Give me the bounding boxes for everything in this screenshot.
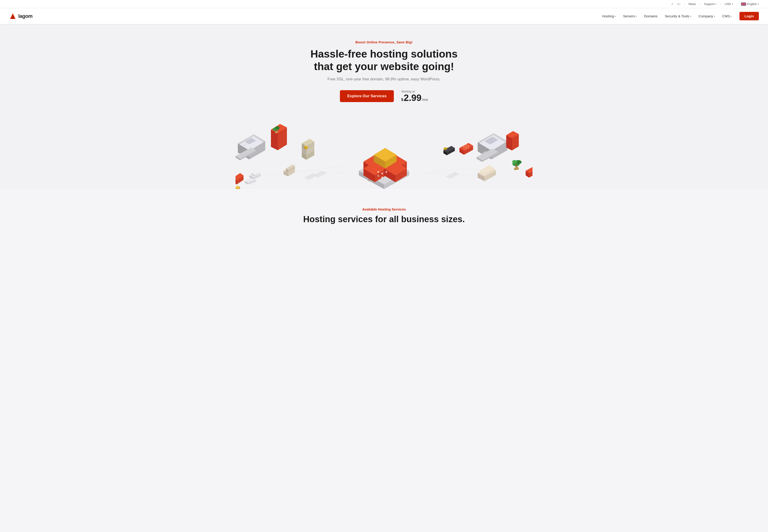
share-icon[interactable]: ↗ (671, 2, 673, 6)
nav-hosting[interactable]: Hosting ▾ (599, 12, 619, 20)
logo-link[interactable]: lagom (9, 13, 32, 20)
iso-scene-svg (235, 111, 533, 189)
login-button[interactable]: Login (739, 12, 759, 20)
svg-line-123 (423, 169, 469, 173)
svg-point-74 (377, 171, 379, 173)
news-link[interactable]: News (689, 2, 696, 6)
svg-point-29 (275, 126, 279, 129)
nav-company[interactable]: Company ▾ (695, 12, 718, 20)
hosting-caret: ▾ (615, 15, 616, 18)
divider-1: | (684, 2, 685, 6)
divider-3: | (720, 2, 721, 6)
services-headline: Hosting services for all business sizes. (9, 214, 759, 224)
svg-point-78 (381, 176, 383, 178)
bookmark-icon[interactable]: 🏷 (677, 2, 680, 6)
hero-headline: Hassle-free hosting solutions that get y… (304, 48, 464, 73)
services-section: Available Hosting Services Hosting servi… (0, 189, 768, 233)
svg-line-121 (263, 166, 345, 175)
support-menu[interactable]: Support ▾ (704, 2, 717, 6)
hero-cta-row: Explore Our Services Starting at $ 2.99 … (340, 90, 428, 102)
divider-4: | (737, 2, 738, 6)
divider-2: | (699, 2, 700, 6)
svg-marker-127 (446, 172, 460, 179)
top-bar: ↗ 🏷 | News | Support ▾ | USD ▾ | English… (0, 0, 768, 8)
language-menu[interactable]: English ▾ (741, 2, 759, 6)
hero-tagline: Boost Online Presence, Save Big! (355, 40, 413, 44)
language-caret: ▾ (758, 3, 759, 5)
hero-illustration (235, 111, 533, 189)
nav-servers[interactable]: Servers ▾ (620, 12, 640, 20)
nav-cms[interactable]: CMS ▾ (719, 12, 735, 20)
hero-subtext: Free SSL, one-year free domain, 99.9% up… (327, 77, 441, 82)
logo-icon (9, 13, 16, 20)
uk-flag-icon (741, 3, 746, 6)
price-dollar: $ (401, 98, 403, 102)
logo-text: lagom (18, 13, 32, 19)
currency-menu[interactable]: USD ▾ (725, 2, 733, 6)
svg-point-76 (386, 171, 387, 173)
price-display: $ 2.99 /mo (401, 93, 428, 102)
main-navbar: lagom Hosting ▾ Servers ▾ Domains Securi… (0, 8, 768, 24)
nav-domains[interactable]: Domains (641, 12, 661, 20)
currency-caret: ▾ (732, 3, 733, 5)
support-caret: ▾ (715, 3, 717, 5)
explore-button[interactable]: Explore Our Services (340, 90, 394, 102)
price-amount: 2.99 (404, 93, 422, 102)
company-caret: ▾ (714, 15, 715, 18)
servers-caret: ▾ (636, 15, 637, 18)
pricing-info: Starting at $ 2.99 /mo (401, 90, 428, 102)
nav-links: Hosting ▾ Servers ▾ Domains Security & T… (599, 12, 735, 20)
hero-section: Boost Online Presence, Save Big! Hassle-… (0, 24, 768, 189)
svg-point-116 (512, 160, 517, 163)
services-tagline: Available Hosting Services (9, 207, 759, 211)
cms-caret: ▾ (731, 15, 732, 18)
svg-marker-120 (515, 169, 519, 170)
nav-security[interactable]: Security & Tools ▾ (662, 12, 694, 20)
security-caret: ▾ (690, 15, 691, 18)
price-per-month: /mo (422, 98, 428, 102)
